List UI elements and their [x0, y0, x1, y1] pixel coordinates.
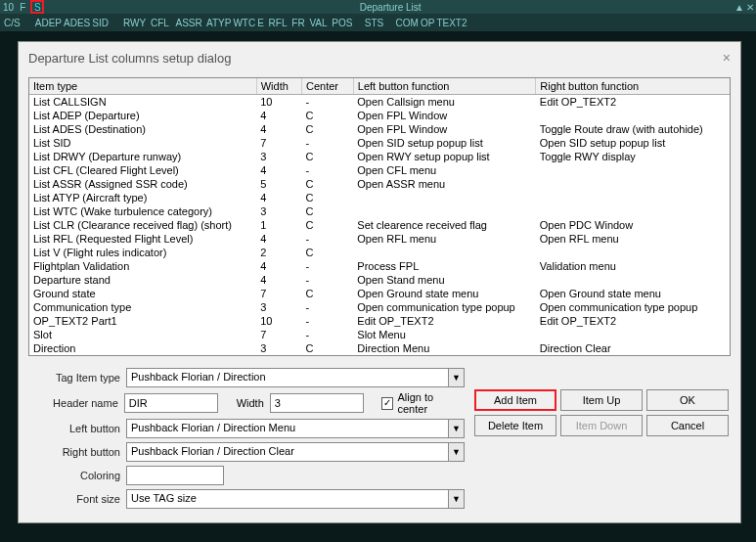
chevron-down-icon[interactable]: ▼ [448, 369, 464, 386]
minimize-icon[interactable]: ▲ [734, 2, 744, 13]
column-header-item[interactable]: ADEP [35, 18, 62, 28]
table-row[interactable]: List SID7-Open SID setup popup listOpen … [29, 136, 730, 150]
coloring-swatch[interactable] [126, 466, 224, 485]
table-row[interactable]: Slot7-Slot Menu [29, 328, 730, 341]
column-header-item[interactable] [385, 18, 393, 28]
left-button-label: Left button [28, 423, 126, 434]
column-header-strip: C/S ADEPADESSID RWY CFL ASSR ATYPWTCE RF… [0, 14, 756, 31]
table-row[interactable]: Direction3CDirection MenuDirection Clear [29, 341, 730, 355]
column-header-item[interactable]: FR [289, 18, 305, 28]
chevron-down-icon[interactable]: ▼ [448, 443, 464, 461]
th-right[interactable]: Right button function [536, 78, 730, 95]
column-header-item[interactable]: ASSR [173, 18, 201, 28]
left-button-combo[interactable]: Pushback Florian / Direction Menu ▼ [126, 419, 465, 438]
delete-item-button[interactable]: Delete Item [474, 415, 556, 436]
table-row[interactable]: Flightplan Validation4-Process FPLValida… [29, 259, 730, 273]
font-size-label: Font size [28, 493, 126, 505]
table-row[interactable]: List CALLSIGN10-Open Callsign menuEdit O… [29, 95, 730, 110]
width-input[interactable] [270, 393, 364, 413]
column-header-item[interactable]: SID [92, 18, 109, 28]
departure-list-titlebar: 10 F S Departure List ▲ ✕ C/S ADEPADESSI… [0, 0, 756, 31]
dialog-close-icon[interactable]: × [723, 50, 731, 66]
right-button-combo[interactable]: Pushback Florian / Direction Clear ▼ [126, 442, 465, 462]
table-row[interactable]: List ASSR (Assigned SSR code)5COpen ASSR… [29, 177, 730, 191]
add-item-button[interactable]: Add Item [474, 389, 556, 411]
table-row[interactable]: List DRWY (Departure runway)3COpen RWY s… [29, 150, 730, 163]
columns-table: Item type Width Center Left button funct… [29, 78, 730, 355]
item-up-button[interactable]: Item Up [560, 389, 643, 411]
th-width[interactable]: Width [256, 78, 301, 95]
menu-s-highlight[interactable]: S [30, 0, 44, 14]
table-row[interactable]: List CLR (Clearance received flag) (shor… [29, 218, 730, 232]
th-left[interactable]: Left button function [353, 78, 536, 95]
column-header-item[interactable]: RWY [123, 18, 146, 28]
table-row[interactable]: OP_TEXT2 Part110-Edit OP_TEXT2Edit OP_TE… [29, 314, 730, 328]
item-down-button: Item Down [560, 415, 643, 436]
close-icon[interactable]: ✕ [746, 2, 754, 13]
departure-list-title: Departure List [46, 2, 734, 13]
table-row[interactable]: List ATYP (Aircraft type)4C [29, 191, 730, 204]
chevron-down-icon[interactable]: ▼ [448, 490, 464, 508]
menu-r: F [17, 2, 28, 13]
column-header-item[interactable]: WTC [233, 18, 255, 28]
table-row[interactable]: List ADES (Destination)4COpen FPL Window… [29, 122, 730, 136]
coloring-label: Coloring [28, 470, 126, 481]
column-header-item[interactable]: E [257, 18, 264, 28]
column-header-item[interactable] [354, 18, 362, 28]
table-row[interactable]: Ground state7COpen Ground state menuOpen… [29, 287, 730, 300]
ok-button[interactable]: OK [646, 389, 729, 411]
table-row[interactable]: Departure stand4-Open Stand menu [29, 273, 730, 287]
table-row[interactable]: List ADEP (Departure)4COpen FPL Window [29, 109, 730, 122]
header-name-input[interactable] [124, 393, 218, 413]
table-row[interactable]: List V (Flight rules indicator)2C [29, 246, 730, 259]
right-button-label: Right button [28, 446, 126, 458]
table-row[interactable]: Communication type3-Open communication t… [29, 300, 730, 314]
column-header-item[interactable] [111, 18, 121, 28]
column-header-item[interactable]: C/S [4, 18, 21, 28]
column-header-item[interactable]: ATYP [204, 18, 232, 28]
width-label: Width [218, 397, 270, 409]
dialog-title: Departure List columns setup dialog [28, 51, 231, 66]
cancel-button[interactable]: Cancel [646, 415, 729, 436]
th-item[interactable]: Item type [29, 78, 256, 95]
column-header-item[interactable]: ADES [64, 18, 90, 28]
align-center-checkbox[interactable]: ✓ [381, 397, 394, 410]
th-center[interactable]: Center [301, 78, 353, 95]
column-header-item[interactable]: TEXT2 [436, 18, 467, 28]
column-header-item[interactable]: POS [330, 18, 353, 28]
column-header-item[interactable]: OP [421, 18, 434, 28]
align-center-label: Align to center [397, 391, 465, 415]
table-row[interactable]: List WTC (Wake turbulence category)3C [29, 204, 730, 218]
column-header-item[interactable]: VAL [307, 18, 328, 28]
table-row[interactable]: List CFL (Cleared Flight Level)4-Open CF… [29, 163, 730, 177]
column-header-item[interactable]: CFL [148, 18, 171, 28]
font-size-combo[interactable]: Use TAG size ▼ [126, 489, 465, 509]
columns-setup-dialog: Departure List columns setup dialog × It… [18, 41, 741, 523]
tag-item-type-combo[interactable]: Pushback Florian / Direction ▼ [126, 368, 465, 387]
column-header-item[interactable]: STS [365, 18, 383, 28]
column-header-item[interactable] [22, 18, 33, 28]
header-name-label: Header name [28, 397, 124, 409]
column-header-item[interactable]: RFL [266, 18, 288, 28]
column-header-item[interactable]: COM [396, 18, 419, 28]
tag-item-type-label: Tag Item type [28, 372, 126, 384]
table-row[interactable]: List RFL (Requested Flight Level)4-Open … [29, 232, 730, 246]
chevron-down-icon[interactable]: ▼ [448, 420, 464, 437]
menu-num: 10 [0, 2, 17, 13]
